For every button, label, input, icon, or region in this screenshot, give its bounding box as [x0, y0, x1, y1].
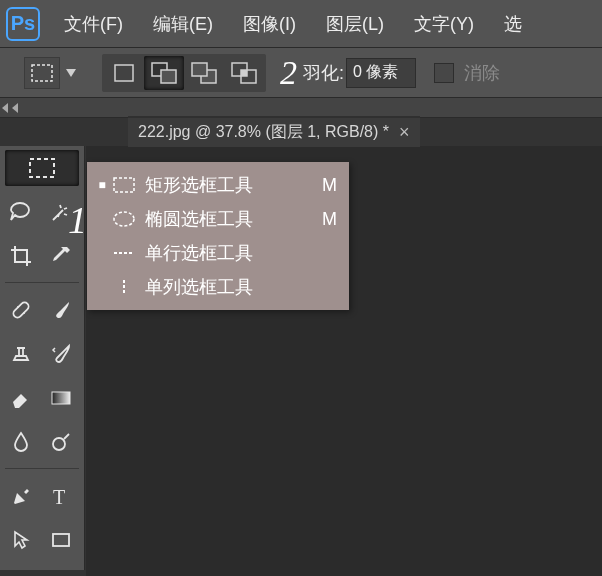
svg-rect-16 — [52, 392, 70, 404]
tool-crop[interactable] — [3, 238, 39, 274]
tool-preset-chevron[interactable] — [64, 57, 78, 89]
tool-lasso[interactable] — [3, 194, 39, 230]
tool-gradient[interactable] — [43, 380, 79, 416]
selection-mode-group — [102, 54, 266, 92]
marquee-rect-icon — [29, 158, 55, 178]
tool-clone-stamp[interactable] — [3, 336, 39, 372]
menu-layer[interactable]: 图层(L) — [326, 12, 384, 36]
svg-rect-2 — [115, 65, 133, 81]
marquee-col-icon — [109, 279, 139, 295]
rectangle-shape-icon — [49, 528, 73, 552]
svg-rect-9 — [241, 70, 247, 76]
dodge-icon — [49, 430, 73, 454]
tool-healing[interactable] — [3, 292, 39, 328]
flyout-label: 椭圆选框工具 — [139, 207, 315, 231]
history-brush-icon — [49, 342, 73, 366]
svg-rect-20 — [114, 178, 134, 192]
app-logo: Ps — [6, 7, 40, 41]
tool-eyedropper[interactable] — [43, 238, 79, 274]
marquee-rect-icon — [31, 64, 53, 82]
mode-intersect-button[interactable] — [224, 56, 264, 90]
marquee-rect-icon — [109, 177, 139, 193]
menu-file[interactable]: 文件(F) — [64, 12, 123, 36]
menu-edit[interactable]: 编辑(E) — [153, 12, 213, 36]
feather-input[interactable] — [346, 58, 416, 88]
tool-separator — [5, 468, 79, 474]
svg-rect-6 — [192, 63, 207, 76]
tab-close-button[interactable]: × — [399, 122, 410, 143]
eyedropper-icon — [49, 244, 73, 268]
healing-icon — [9, 298, 33, 322]
marquee-ellipse-icon — [109, 211, 139, 227]
flyout-item-col-marquee[interactable]: 单列选框工具 — [87, 270, 349, 304]
document-tab-title: 222.jpg @ 37.8% (图层 1, RGB/8) * — [138, 122, 389, 143]
tool-dodge[interactable] — [43, 424, 79, 460]
mode-intersect-icon — [231, 62, 257, 84]
mode-subtract-button[interactable] — [184, 56, 224, 90]
mode-new-button[interactable] — [104, 56, 144, 90]
svg-rect-0 — [32, 65, 52, 81]
flyout-shortcut: M — [315, 209, 337, 230]
options-bar: 2 羽化: 消除 — [0, 48, 602, 98]
document-tabbar: 222.jpg @ 37.8% (图层 1, RGB/8) * × — [128, 116, 420, 146]
annotation-2: 2 — [280, 54, 297, 92]
tool-eraser[interactable] — [3, 380, 39, 416]
flyout-label: 单列选框工具 — [139, 275, 315, 299]
svg-point-21 — [114, 212, 134, 226]
tool-separator — [5, 282, 79, 288]
document-tab[interactable]: 222.jpg @ 37.8% (图层 1, RGB/8) * × — [128, 116, 420, 147]
clone-stamp-icon — [9, 342, 33, 366]
path-select-icon — [9, 528, 33, 552]
brush-icon — [49, 298, 73, 322]
tool-path-select[interactable] — [3, 522, 39, 558]
menu-type[interactable]: 文字(Y) — [414, 12, 474, 36]
svg-marker-10 — [2, 103, 8, 113]
blur-icon — [9, 430, 33, 454]
antialias-label: 消除 — [464, 61, 500, 85]
mode-new-icon — [113, 63, 135, 83]
flyout-item-ellipse-marquee[interactable]: 椭圆选框工具 M — [87, 202, 349, 236]
marquee-flyout: ■ 矩形选框工具 M 椭圆选框工具 M 单行选框工具 单列选框工具 — [87, 162, 349, 310]
crop-icon — [9, 244, 33, 268]
collapse-chevrons-icon — [2, 103, 22, 113]
flyout-item-rect-marquee[interactable]: ■ 矩形选框工具 M — [87, 168, 349, 202]
gradient-icon — [49, 386, 73, 410]
svg-marker-1 — [66, 69, 76, 77]
svg-marker-11 — [12, 103, 18, 113]
svg-text:T: T — [53, 486, 65, 508]
svg-rect-13 — [12, 301, 30, 319]
tool-type[interactable]: T — [43, 478, 79, 514]
flyout-label: 矩形选框工具 — [139, 173, 315, 197]
svg-point-17 — [53, 438, 65, 450]
tool-rectangle[interactable] — [43, 522, 79, 558]
tool-blur[interactable] — [3, 424, 39, 460]
flyout-label: 单行选框工具 — [139, 241, 315, 265]
mode-add-button[interactable] — [144, 56, 184, 90]
svg-rect-4 — [161, 70, 176, 83]
eraser-icon — [9, 386, 33, 410]
flyout-item-row-marquee[interactable]: 单行选框工具 — [87, 236, 349, 270]
menu-select[interactable]: 选 — [504, 12, 522, 36]
flyout-bullet: ■ — [95, 178, 109, 192]
tool-pen[interactable] — [3, 478, 39, 514]
annotation-1: 1 — [68, 198, 87, 242]
pen-icon — [9, 484, 33, 508]
current-tool-thumb[interactable] — [24, 57, 60, 89]
svg-rect-19 — [53, 534, 69, 546]
menubar: Ps 文件(F) 编辑(E) 图像(I) 图层(L) 文字(Y) 选 — [0, 0, 602, 48]
menu-image[interactable]: 图像(I) — [243, 12, 296, 36]
type-icon: T — [49, 484, 73, 508]
antialias-checkbox[interactable] — [434, 63, 454, 83]
tool-brush[interactable] — [43, 292, 79, 328]
mode-subtract-icon — [191, 62, 217, 84]
flyout-shortcut: M — [315, 175, 337, 196]
marquee-row-icon — [109, 245, 139, 261]
svg-rect-12 — [30, 159, 54, 177]
svg-point-14 — [17, 306, 19, 308]
tool-history-brush[interactable] — [43, 336, 79, 372]
svg-point-15 — [23, 312, 25, 314]
feather-label: 羽化: — [303, 61, 344, 85]
tool-marquee[interactable] — [5, 150, 79, 186]
mode-add-icon — [151, 62, 177, 84]
lasso-icon — [8, 200, 34, 224]
